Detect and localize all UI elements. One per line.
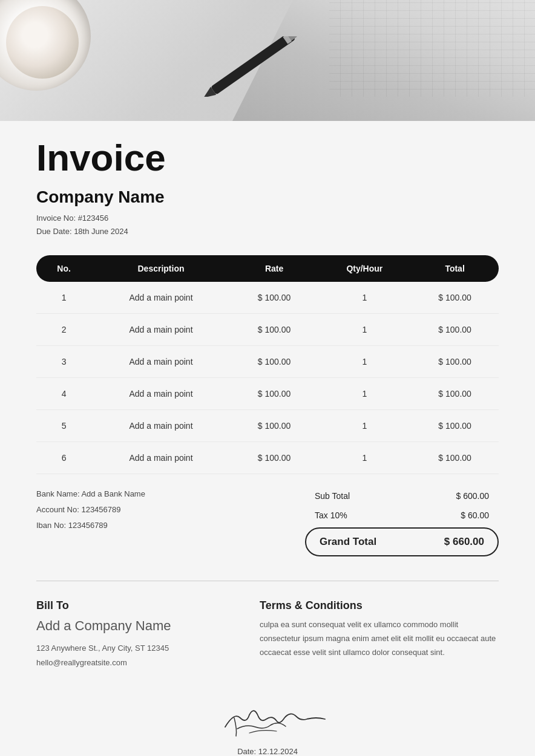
cell-total: $ 100.00 bbox=[411, 378, 499, 410]
header-photo bbox=[0, 0, 535, 121]
cell-no: 3 bbox=[36, 346, 91, 378]
table-row: 5 Add a main point $ 100.00 1 $ 100.00 bbox=[36, 410, 499, 442]
table-header-row: No. Description Rate Qty/Hour Total bbox=[36, 255, 499, 282]
main-content: Invoice Company Name Invoice No: #123456… bbox=[0, 121, 535, 756]
invoice-title: Invoice bbox=[36, 139, 499, 177]
cell-description: Add a main point bbox=[91, 378, 230, 410]
cell-no: 6 bbox=[36, 442, 91, 474]
cell-qty: 1 bbox=[318, 378, 411, 410]
svg-rect-0 bbox=[211, 36, 295, 95]
tax-value: $ 60.00 bbox=[461, 510, 489, 520]
col-total: Total bbox=[411, 255, 499, 282]
cell-rate: $ 100.00 bbox=[231, 378, 318, 410]
table-row: 1 Add a main point $ 100.00 1 $ 100.00 bbox=[36, 282, 499, 314]
bill-to-company: Add a Company Name bbox=[36, 618, 235, 634]
subtotal-value: $ 600.00 bbox=[456, 491, 490, 501]
cell-total: $ 100.00 bbox=[411, 442, 499, 474]
bill-to-street: 123 Anywhere St., Any City, ST 12345 bbox=[36, 641, 235, 655]
terms-text: culpa ea sunt consequat velit ex ullamco… bbox=[260, 618, 499, 659]
bill-to-section: Bill To Add a Company Name 123 Anywhere … bbox=[36, 599, 235, 670]
col-qty: Qty/Hour bbox=[318, 255, 411, 282]
cell-description: Add a main point bbox=[91, 410, 230, 442]
subtotal-label: Sub Total bbox=[315, 491, 350, 501]
tax-row: Tax 10% $ 60.00 bbox=[305, 506, 499, 525]
cell-rate: $ 100.00 bbox=[231, 282, 318, 314]
cell-qty: 1 bbox=[318, 282, 411, 314]
table-row: 2 Add a main point $ 100.00 1 $ 100.00 bbox=[36, 314, 499, 346]
grand-total-label: Grand Total bbox=[320, 536, 376, 548]
cell-qty: 1 bbox=[318, 410, 411, 442]
cell-qty: 1 bbox=[318, 314, 411, 346]
due-date: Due Date: 18th June 2024 bbox=[36, 225, 499, 238]
invoice-number: Invoice No: #123456 bbox=[36, 212, 499, 225]
grand-total-value: $ 660.00 bbox=[444, 536, 484, 548]
cell-no: 2 bbox=[36, 314, 91, 346]
invoice-table: No. Description Rate Qty/Hour Total 1 Ad… bbox=[36, 255, 499, 474]
bill-to-heading: Bill To bbox=[36, 599, 235, 612]
cell-total: $ 100.00 bbox=[411, 346, 499, 378]
cell-description: Add a main point bbox=[91, 442, 230, 474]
bill-to-address: 123 Anywhere St., Any City, ST 12345 hel… bbox=[36, 641, 235, 670]
totals-section: Sub Total $ 600.00 Tax 10% $ 60.00 Grand… bbox=[305, 486, 499, 556]
pen-icon bbox=[182, 36, 315, 97]
cell-rate: $ 100.00 bbox=[231, 410, 318, 442]
bank-info: Bank Name: Add a Bank Name Account No: 1… bbox=[36, 486, 145, 533]
subtotal-row: Sub Total $ 600.00 bbox=[305, 486, 499, 506]
cell-total: $ 100.00 bbox=[411, 314, 499, 346]
cell-no: 5 bbox=[36, 410, 91, 442]
cell-qty: 1 bbox=[318, 346, 411, 378]
company-name: Company Name bbox=[36, 187, 499, 207]
iban-no: Iban No: 123456789 bbox=[36, 518, 145, 533]
col-no: No. bbox=[36, 255, 91, 282]
table-row: 4 Add a main point $ 100.00 1 $ 100.00 bbox=[36, 378, 499, 410]
terms-section: Terms & Conditions culpa ea sunt consequ… bbox=[260, 599, 499, 670]
cell-total: $ 100.00 bbox=[411, 282, 499, 314]
cell-description: Add a main point bbox=[91, 314, 230, 346]
bottom-section: Bill To Add a Company Name 123 Anywhere … bbox=[36, 593, 499, 682]
tax-label: Tax 10% bbox=[315, 510, 347, 520]
bill-to-email: hello@reallygreatsite.com bbox=[36, 656, 235, 670]
bank-name: Bank Name: Add a Bank Name bbox=[36, 486, 145, 502]
col-description: Description bbox=[91, 255, 230, 282]
signature-date: Date: 12.12.2024 bbox=[36, 747, 499, 756]
cell-total: $ 100.00 bbox=[411, 410, 499, 442]
table-row: 6 Add a main point $ 100.00 1 $ 100.00 bbox=[36, 442, 499, 474]
section-divider bbox=[36, 581, 499, 581]
totals-bank-row: Bank Name: Add a Bank Name Account No: 1… bbox=[36, 480, 499, 569]
signature-icon bbox=[189, 694, 346, 742]
invoice-meta: Invoice No: #123456 Due Date: 18th June … bbox=[36, 212, 499, 238]
cell-rate: $ 100.00 bbox=[231, 346, 318, 378]
col-rate: Rate bbox=[231, 255, 318, 282]
terms-heading: Terms & Conditions bbox=[260, 599, 499, 612]
laptop-keyboard bbox=[329, 0, 535, 97]
cell-qty: 1 bbox=[318, 442, 411, 474]
table-row: 3 Add a main point $ 100.00 1 $ 100.00 bbox=[36, 346, 499, 378]
cell-rate: $ 100.00 bbox=[231, 442, 318, 474]
cell-description: Add a main point bbox=[91, 346, 230, 378]
signature-area: Date: 12.12.2024 bbox=[36, 682, 499, 756]
cell-no: 1 bbox=[36, 282, 91, 314]
cell-no: 4 bbox=[36, 378, 91, 410]
grand-total-box: Grand Total $ 660.00 bbox=[305, 527, 499, 556]
account-no: Account No: 123456789 bbox=[36, 502, 145, 518]
cell-rate: $ 100.00 bbox=[231, 314, 318, 346]
cell-description: Add a main point bbox=[91, 282, 230, 314]
